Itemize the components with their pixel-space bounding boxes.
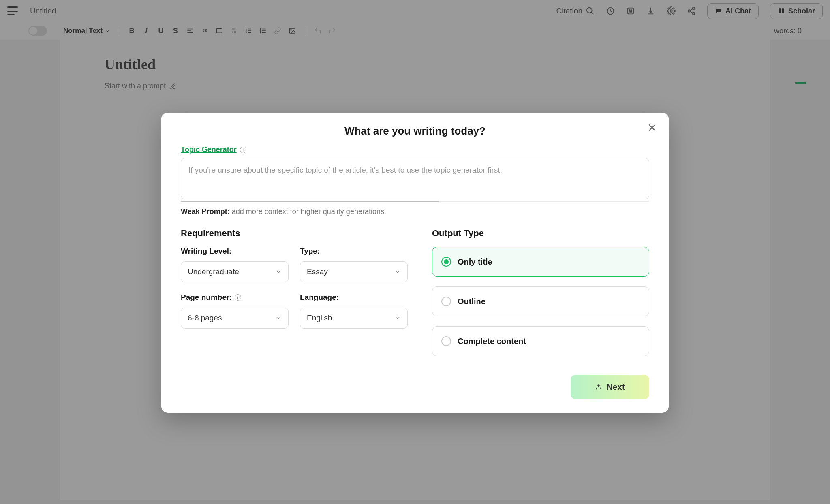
type-label: Type: [300, 247, 408, 256]
sparkle-icon [595, 383, 602, 391]
language-label: Language: [300, 293, 408, 302]
page-number-value: 6-8 pages [188, 314, 222, 322]
chevron-down-icon [275, 269, 282, 275]
modal-overlay[interactable]: What are you writing today? Topic Genera… [0, 0, 830, 504]
chevron-down-icon [394, 315, 401, 321]
output-complete-content[interactable]: Complete content [432, 326, 649, 356]
next-label: Next [606, 382, 625, 392]
page-number-select[interactable]: 6-8 pages [181, 308, 289, 329]
writing-dialog: What are you writing today? Topic Genera… [161, 113, 669, 413]
type-select[interactable]: Essay [300, 261, 408, 282]
language-value: English [307, 314, 332, 322]
next-button[interactable]: Next [571, 375, 649, 399]
language-select[interactable]: English [300, 308, 408, 329]
writing-level-label: Writing Level: [181, 247, 289, 256]
writing-level-select[interactable]: Undergraduate [181, 261, 289, 282]
weak-prompt-text: add more context for higher quality gene… [232, 207, 384, 216]
output-outline[interactable]: Outline [432, 286, 649, 316]
radio-icon [441, 257, 451, 267]
weak-prompt-label: Weak Prompt: [181, 207, 230, 216]
prompt-strength-meter [181, 201, 649, 202]
topic-input[interactable] [181, 158, 649, 199]
writing-level-value: Undergraduate [188, 267, 239, 276]
output-type-title: Output Type [432, 228, 649, 239]
chevron-down-icon [394, 269, 401, 275]
info-icon[interactable]: i [235, 294, 241, 301]
radio-icon [441, 297, 451, 306]
output-complete-content-label: Complete content [458, 337, 526, 346]
output-outline-label: Outline [458, 297, 486, 306]
close-button[interactable] [647, 122, 657, 133]
radio-icon [441, 336, 451, 346]
chevron-down-icon [275, 315, 282, 321]
output-only-title[interactable]: Only title [432, 247, 649, 277]
page-number-label: Page number: i [181, 293, 289, 302]
type-value: Essay [307, 267, 328, 276]
requirements-title: Requirements [181, 228, 408, 239]
info-icon[interactable]: i [240, 147, 246, 153]
output-only-title-label: Only title [458, 257, 492, 267]
topic-generator-link[interactable]: Topic Generator [181, 145, 237, 154]
prompt-strength-hint: Weak Prompt: add more context for higher… [181, 207, 649, 216]
dialog-title: What are you writing today? [181, 125, 649, 137]
